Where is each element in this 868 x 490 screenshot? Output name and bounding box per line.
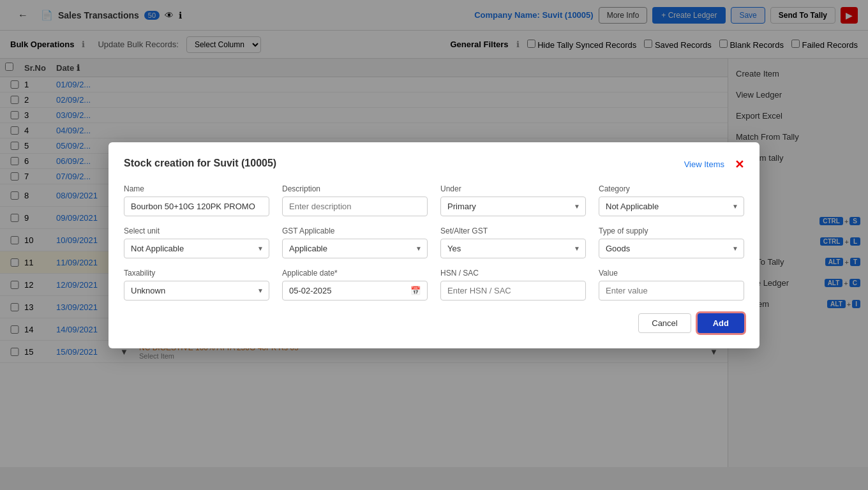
type-supply-label: Type of supply <box>599 226 744 235</box>
calendar-icon: 📅 <box>410 286 421 295</box>
category-select-wrap: Not Applicable ▼ <box>599 197 744 216</box>
category-field: Category Not Applicable ▼ <box>599 184 744 216</box>
category-label: Category <box>599 184 744 193</box>
value-label: Value <box>599 269 744 278</box>
gst-applicable-select[interactable]: Applicable Not Applicable <box>283 239 427 258</box>
set-alter-gst-select[interactable]: Yes No <box>441 239 585 258</box>
applicable-date-label: Applicable date* <box>282 269 428 278</box>
under-label: Under <box>440 184 586 193</box>
taxability-label: Taxability <box>124 269 269 278</box>
hsn-sac-input[interactable] <box>440 281 586 301</box>
form-grid: Name Description Under Primary ▼ Categor… <box>124 184 744 301</box>
modal-close-button[interactable]: ✕ <box>735 158 744 172</box>
modal-header: Stock creation for Suvit (10005) View It… <box>124 158 744 172</box>
gst-applicable-field: GST Applicable Applicable Not Applicable… <box>282 226 428 258</box>
gst-applicable-select-wrap: Applicable Not Applicable ▼ <box>282 239 428 258</box>
view-items-link[interactable]: View Items <box>684 160 724 169</box>
select-unit-select-wrap: Not Applicable ▼ <box>124 239 269 258</box>
name-field: Name <box>124 184 269 216</box>
name-label: Name <box>124 184 269 193</box>
type-supply-select[interactable]: Goods Services <box>599 239 744 258</box>
category-select[interactable]: Not Applicable <box>599 197 744 216</box>
gst-applicable-label: GST Applicable <box>282 226 428 235</box>
applicable-date-field: Applicable date* 📅 <box>282 269 428 301</box>
type-supply-field: Type of supply Goods Services ▼ <box>599 226 744 258</box>
name-input[interactable] <box>124 197 269 216</box>
description-field: Description <box>282 184 428 216</box>
description-label: Description <box>282 184 428 193</box>
under-field: Under Primary ▼ <box>440 184 586 216</box>
taxability-select-wrap: Unknown Taxable Exempt ▼ <box>124 281 269 301</box>
select-unit-select[interactable]: Not Applicable <box>124 239 269 258</box>
modal-title: Stock creation for Suvit (10005) <box>124 158 276 169</box>
add-button[interactable]: Add <box>698 313 744 333</box>
hsn-sac-field: HSN / SAC <box>440 269 586 301</box>
hsn-sac-label: HSN / SAC <box>440 269 586 278</box>
under-select-wrap: Primary ▼ <box>440 197 586 216</box>
cancel-button[interactable]: Cancel <box>638 313 691 333</box>
under-select[interactable]: Primary <box>441 197 585 216</box>
modal-footer: Cancel Add <box>124 313 744 333</box>
taxability-field: Taxability Unknown Taxable Exempt ▼ <box>124 269 269 301</box>
type-supply-select-wrap: Goods Services ▼ <box>599 239 744 258</box>
set-alter-gst-field: Set/Alter GST Yes No ▼ <box>440 226 586 258</box>
select-unit-label: Select unit <box>124 226 269 235</box>
description-input[interactable] <box>282 197 428 216</box>
taxability-select[interactable]: Unknown Taxable Exempt <box>124 281 269 300</box>
stock-creation-modal: Stock creation for Suvit (10005) View It… <box>108 142 760 348</box>
set-alter-gst-label: Set/Alter GST <box>440 226 586 235</box>
set-alter-gst-select-wrap: Yes No ▼ <box>440 239 586 258</box>
modal-overlay: Stock creation for Suvit (10005) View It… <box>0 0 868 490</box>
value-input[interactable] <box>599 281 744 301</box>
value-field: Value <box>599 269 744 301</box>
applicable-date-input[interactable] <box>289 286 407 295</box>
select-unit-field: Select unit Not Applicable ▼ <box>124 226 269 258</box>
